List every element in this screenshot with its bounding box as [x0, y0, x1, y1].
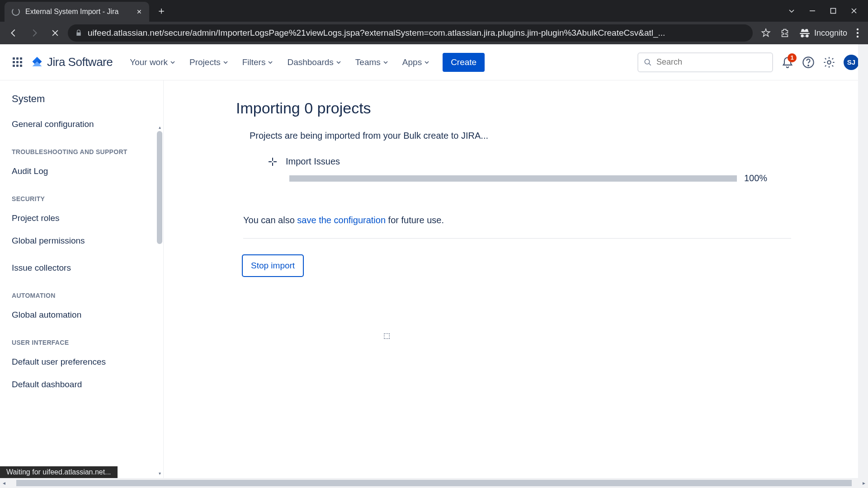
svg-rect-0 [831, 9, 836, 14]
settings-button[interactable] [823, 56, 835, 69]
sidebar-item-default-user-preferences[interactable]: Default user preferences [0, 351, 163, 373]
import-subtitle: Projects are being imported from your Bu… [250, 131, 791, 141]
app-body: System General configuration Troubleshoo… [0, 80, 868, 478]
spinner-icon [269, 158, 277, 166]
app-switcher-icon[interactable] [9, 54, 25, 70]
page-title: Importing 0 projects [236, 99, 791, 117]
back-button[interactable] [5, 25, 22, 41]
nav-apps[interactable]: Apps [396, 54, 435, 71]
maximize-icon[interactable] [830, 8, 836, 14]
sidebar-item-global-permissions[interactable]: Global permissions [0, 230, 163, 252]
sidebar-item-default-dashboard[interactable]: Default dashboard [0, 373, 163, 396]
sidebar-heading: System [0, 93, 163, 113]
close-tab-icon[interactable]: ✕ [137, 8, 142, 15]
svg-point-7 [827, 61, 830, 64]
save-configuration-link[interactable]: save the configuration [297, 215, 386, 225]
new-tab-button[interactable]: ＋ [156, 4, 166, 18]
chevron-down-icon [268, 60, 273, 65]
notification-count: 1 [788, 53, 797, 62]
incognito-badge[interactable]: Incognito [799, 27, 847, 39]
extensions-icon[interactable] [780, 28, 790, 38]
svg-point-1 [857, 28, 859, 30]
tab-strip: External System Import - Jira ✕ ＋ [0, 0, 868, 22]
nav-label: Filters [242, 57, 266, 67]
page-scrollbar-track[interactable] [858, 44, 868, 478]
window-close-icon[interactable] [851, 8, 857, 14]
import-step-label: Import Issues [286, 156, 340, 167]
lock-icon [75, 29, 82, 37]
sidebar-item-global-automation[interactable]: Global automation [0, 304, 163, 326]
tab-title: External System Import - Jira [25, 8, 118, 16]
main-content: Importing 0 projects Projects are being … [164, 80, 868, 478]
browser-chrome: External System Import - Jira ✕ ＋ uifeed… [0, 0, 868, 44]
window-controls [788, 8, 868, 14]
nav-projects[interactable]: Projects [183, 54, 234, 71]
stop-reload-button[interactable] [47, 25, 63, 41]
nav-label: Your work [130, 57, 168, 67]
browser-status-bar: Waiting for uifeed.atlassian.net... [0, 466, 118, 478]
sidebar-item-issue-collectors[interactable]: Issue collectors [0, 257, 163, 279]
search-icon [644, 58, 652, 67]
config-text-post: for future use. [386, 215, 444, 225]
horizontal-scrollbar[interactable]: ◂ ▸ [0, 478, 868, 488]
import-step-row: Import Issues [269, 156, 791, 167]
avatar[interactable]: SJ [844, 55, 859, 70]
stop-import-button[interactable]: Stop import [242, 255, 303, 277]
tab-loading-icon [12, 8, 20, 16]
nav-your-work[interactable]: Your work [123, 54, 181, 71]
sidebar-section-security: Security [0, 183, 163, 207]
search-input[interactable] [656, 57, 767, 67]
address-bar[interactable]: uifeed.atlassian.net/secure/admin/Import… [68, 24, 753, 42]
nav-label: Dashboards [287, 57, 333, 67]
jira-logo[interactable]: Jira Software [31, 55, 113, 69]
progress-percent: 100% [744, 173, 767, 183]
address-row: uifeed.atlassian.net/secure/admin/Import… [0, 22, 868, 44]
mouse-cursor-icon: ⬚ [383, 331, 390, 340]
sidebar-scroll-up-icon[interactable]: ▴ [157, 124, 162, 130]
sidebar-item-general-configuration[interactable]: General configuration [0, 113, 163, 136]
chevron-down-icon [170, 60, 175, 65]
minimize-icon[interactable] [809, 8, 816, 14]
sidebar-section-automation: Automation [0, 279, 163, 304]
nav-teams[interactable]: Teams [349, 54, 394, 71]
scroll-left-icon[interactable]: ◂ [0, 480, 8, 486]
chevron-down-icon [425, 60, 429, 65]
browser-tab[interactable]: External System Import - Jira ✕ [5, 2, 149, 22]
kebab-menu-icon[interactable] [856, 28, 859, 38]
admin-sidebar: System General configuration Troubleshoo… [0, 80, 164, 478]
sidebar-section-user-interface: User interface [0, 326, 163, 351]
chevron-down-icon [383, 60, 388, 65]
search-box[interactable] [637, 52, 773, 72]
nav-label: Apps [402, 57, 422, 67]
sidebar-item-audit-log[interactable]: Audit Log [0, 160, 163, 183]
sidebar-section-troubleshooting: Troubleshooting and support [0, 136, 163, 160]
scroll-right-icon[interactable]: ▸ [860, 480, 868, 486]
forward-button[interactable] [26, 25, 42, 41]
save-config-line: You can also save the configuration for … [243, 215, 791, 225]
tab-search-icon[interactable] [788, 8, 795, 14]
nav-dashboards[interactable]: Dashboards [281, 54, 347, 71]
config-text-pre: You can also [243, 215, 297, 225]
sidebar-scroll-down-icon[interactable]: ▾ [157, 470, 162, 476]
svg-point-6 [808, 65, 809, 66]
jira-app: Jira Software Your work Projects Filters… [0, 44, 868, 478]
top-nav: Jira Software Your work Projects Filters… [0, 44, 868, 80]
url-text: uifeed.atlassian.net/secure/admin/Import… [88, 28, 745, 38]
bookmark-icon[interactable] [761, 28, 771, 38]
incognito-label: Incognito [814, 28, 847, 38]
svg-point-3 [857, 36, 859, 38]
h-scroll-thumb[interactable] [16, 480, 852, 486]
progress-row: 100% [289, 173, 791, 183]
sidebar-item-project-roles[interactable]: Project roles [0, 207, 163, 230]
divider [243, 238, 791, 239]
chevron-down-icon [223, 60, 228, 65]
help-button[interactable] [802, 56, 815, 69]
product-name: Jira Software [47, 55, 113, 69]
create-button[interactable]: Create [443, 53, 485, 72]
nav-label: Projects [189, 57, 221, 67]
chevron-down-icon [336, 60, 341, 65]
svg-point-4 [645, 59, 649, 64]
sidebar-scrollbar[interactable] [157, 131, 162, 244]
notifications-button[interactable]: 1 [781, 56, 794, 69]
nav-filters[interactable]: Filters [236, 54, 279, 71]
